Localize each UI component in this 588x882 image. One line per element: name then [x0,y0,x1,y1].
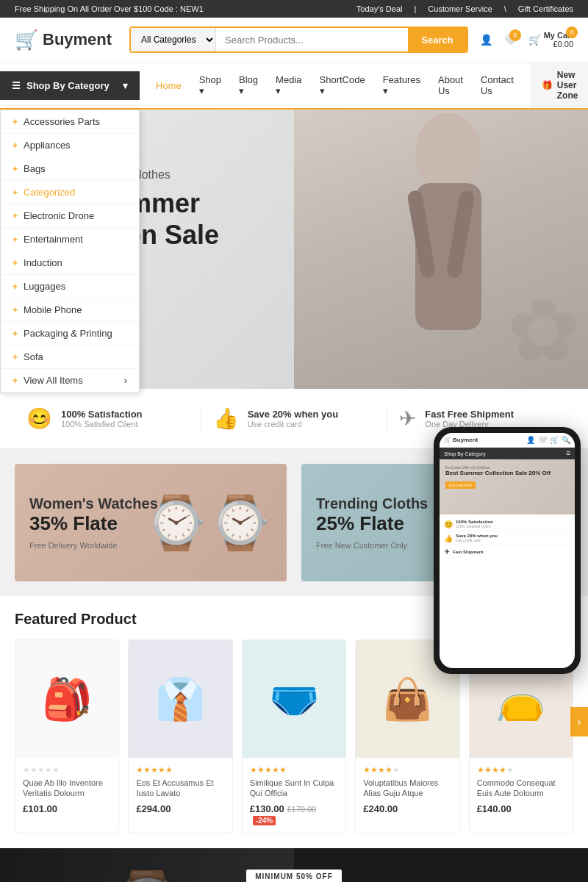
product-price-value-3: £240.00 [363,803,398,814]
nav-link-about[interactable]: About Us [429,65,472,105]
phone-feature-icon-1: 👍 [444,534,453,542]
product-name-3: Voluptatibus Maiores Alias Guju Atque [363,778,451,799]
search-button[interactable]: Search [408,28,466,51]
dropdown-item-label: View All Items [24,375,83,386]
search-bar: All Categories Search [129,26,468,53]
plus-icon: + [12,376,18,386]
nav-link-shop[interactable]: Shop ▾ [190,65,230,105]
product-price-4: £140.00 [477,803,565,814]
search-category-select[interactable]: All Categories [131,28,216,51]
phone-nav: Shop By Category ☰ [440,448,575,459]
plus-icon: + [12,164,18,174]
dropdown-item-bags[interactable]: + Bags [1,157,139,181]
product-image-1: 👔 [129,640,232,758]
customer-service-link[interactable]: Customer Service [428,4,492,13]
product-card-0[interactable]: 🎒 ★★★★★ Quae Ab Illo Inventore Veritatis… [15,639,119,833]
product-info-2: ★★★★★ Similique Sunt In Culpa Qui Offici… [243,758,345,833]
dropdown-item-drone[interactable]: + Electronic Drone [1,204,139,228]
phone-menu-icon: ☰ [566,451,570,456]
category-dropdown: + Accessories Parts + Appliances + Bags … [0,110,140,393]
product-discount-2: -24% [253,816,276,825]
nav-link-contact[interactable]: Contact Us [472,65,523,105]
dropdown-item-label: Packaging & Printing [24,328,112,339]
dropdown-item-sofa[interactable]: + Sofa [1,345,139,369]
wishlist-button[interactable]: 🤍 0 [504,34,517,46]
product-price-3: £240.00 [363,803,451,814]
phone-discover-button[interactable]: Discover Now [445,481,476,489]
phone-screen: 🛒 Buyment 👤 🤍 🛒 🔍 Shop By Category ☰ Exc… [440,433,575,668]
promo-card-watches[interactable]: Women's Watches 35% Flate Free Delivery … [15,464,287,581]
dropdown-item-label: Accessories Parts [24,116,100,127]
phone-feature-1: 👍 Save 20% when you Use credit card [444,531,570,545]
phone-feature-title-2: Fast Shipment [453,550,483,554]
hero-image: ✿ [294,110,588,389]
content-area: + Accessories Parts + Appliances + Bags … [0,110,588,389]
feature-satisfaction-title: 100% Satisfaction [61,409,143,420]
top-bar: Free Shipping On All Order Over $100 Cod… [0,0,588,18]
product-stars-4: ★★★★★ [477,765,565,775]
feature-savings-sub: Use credit card [248,420,339,429]
product-stars-1: ★★★★★ [136,765,224,775]
plus-icon: + [12,329,18,339]
phone-header-icons: 👤 🤍 🛒 🔍 [526,436,570,444]
feature-savings-text: Save 20% when you Use credit card [248,409,339,429]
phone-mockup: 🛒 Buyment 👤 🤍 🛒 🔍 Shop By Category ☰ Exc… [434,427,581,674]
search-input[interactable] [216,28,408,51]
product-info-4: ★★★★★ Commodo Consequat Euis Aute Dolour… [470,758,573,822]
logo[interactable]: 🛒 Buyment [15,29,118,51]
cart-amount: £0.00 [544,40,573,49]
dropdown-item-label: Bags [24,163,46,174]
dropdown-item-accessories[interactable]: + Accessories Parts [1,110,139,134]
product-card-2[interactable]: 🩲 ★★★★★ Similique Sunt In Culpa Qui Offi… [242,639,346,833]
phone-logo-icon: 🛒 [444,437,451,443]
dropdown-item-label: Induction [24,257,62,268]
shop-by-category-button[interactable]: ☰ Shop By Category ▾ [0,71,140,100]
shipping-icon: ✈ [399,406,416,431]
nav-links: Home Shop ▾ Blog ▾ Media ▾ ShortCode ▾ F… [140,65,530,105]
plus-icon: + [12,234,18,245]
phone-feature-icon-2: ✈ [444,548,450,556]
bottom-banner-text: MINIMUM 50% OFF All Clothes AccessoriesW… [177,870,411,882]
product-name-1: Eos Et Accusamus Et Iusto Lavato [136,778,224,799]
products-next-arrow[interactable]: › [570,707,588,736]
product-card-1[interactable]: 👔 ★★★★★ Eos Et Accusamus Et Iusto Lavato… [128,639,232,833]
nav-link-shortcode[interactable]: ShortCode ▾ [311,65,374,105]
phone-feature-2: ✈ Fast Shipment [444,545,570,558]
gift-certificates-link[interactable]: Gift Certificates [518,4,573,13]
dropdown-item-entertainment[interactable]: + Entertainment [1,228,139,251]
top-bar-links: Today's Deal | Customer Service \ Gift C… [356,4,573,13]
header-icons: 👤 🤍 0 🛒 0 My Cart £0.00 [480,31,573,49]
dropdown-item-induction[interactable]: + Induction [1,251,139,275]
product-stars-3: ★★★★★ [363,765,451,775]
feature-satisfaction: 😊 100% Satisfaction 100% Satisfied Clien… [15,406,201,431]
promo-watches-main: Women's Watches [29,495,158,512]
dropdown-item-label: Mobile Phone [24,304,82,315]
dropdown-item-luggages[interactable]: + Luggages [1,275,139,298]
cart-badge: 0 [566,26,578,38]
logo-icon: 🛒 [15,29,38,51]
new-user-zone-button[interactable]: 🎁 New User Zone [530,62,588,108]
chevron-right-icon: › [124,375,127,386]
nav-link-features[interactable]: Features ▾ [374,65,429,105]
feature-savings-title: Save 20% when you [248,409,339,420]
dropdown-item-mobile[interactable]: + Mobile Phone [1,298,139,322]
phone-feature-sub-0: 100% Satisfied Client [456,524,493,528]
dropdown-item-view-all[interactable]: + View All Items › [1,369,139,392]
header: 🛒 Buyment All Categories Search 👤 🤍 0 🛒 … [0,18,588,62]
todays-deal-link[interactable]: Today's Deal [356,4,403,13]
phone-feature-0: 😊 100% Satisfaction 100% Satisfied Clien… [444,517,570,531]
product-price-2: £130.00 £170.00 -24% [250,803,338,825]
dropdown-item-categorized[interactable]: + Categorized [1,181,139,204]
cart-button[interactable]: 🛒 0 My Cart £0.00 [528,31,573,49]
product-price-value-2: £130.00 [250,803,284,814]
nav-link-media[interactable]: Media ▾ [267,65,310,105]
dropdown-item-packaging[interactable]: + Packaging & Printing [1,322,139,345]
dropdown-item-appliances[interactable]: + Appliances [1,134,139,157]
user-icon-button[interactable]: 👤 [480,34,492,46]
nav-link-home[interactable]: Home [147,71,190,100]
promo-watches-text: Women's Watches 35% Flate Free Delivery … [29,495,158,550]
plus-icon: + [12,187,18,198]
dropdown-item-label: Electronic Drone [24,210,94,221]
top-bar-promo: Free Shipping On All Order Over $100 Cod… [15,4,204,13]
nav-link-blog[interactable]: Blog ▾ [230,65,267,105]
